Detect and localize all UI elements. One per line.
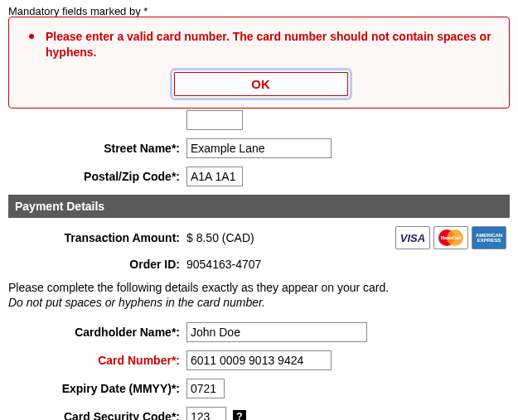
ok-button[interactable]: OK — [174, 72, 348, 96]
visa-logo-icon: VISA — [395, 226, 430, 249]
cardholder-label: Cardholder Name*: — [8, 326, 186, 339]
bullet-icon — [29, 34, 34, 39]
csc-label: Card Security Code*: — [8, 410, 186, 420]
street-name-input[interactable] — [186, 138, 332, 158]
cardholder-input[interactable] — [186, 322, 367, 342]
instructions-line2: Do not put spaces or hyphens in the card… — [8, 296, 510, 309]
instructions-line1: Please complete the following details ex… — [8, 281, 510, 294]
amount-value: $ 8.50 (CAD) — [186, 231, 254, 244]
expiry-label: Expiry Date (MMYY)*: — [8, 382, 186, 395]
order-label: Order ID: — [8, 258, 186, 271]
street-no-label — [8, 113, 186, 127]
cardnumber-input[interactable] — [186, 350, 332, 370]
street-no-input[interactable] — [186, 110, 243, 130]
postal-label: Postal/Zip Code*: — [8, 170, 186, 183]
amex-logo-icon: AMERICAN EXPRESS — [472, 226, 506, 249]
csc-input[interactable] — [186, 407, 226, 420]
order-value: 9054163-4707 — [186, 258, 261, 271]
mastercard-logo-icon: MasterCard — [433, 226, 468, 249]
cardnumber-label: Card Number*: — [8, 354, 186, 367]
help-icon[interactable]: ? — [233, 410, 246, 420]
card-logos: VISA MasterCard AMERICAN EXPRESS — [395, 226, 510, 249]
error-message: Please enter a valid card number. The ca… — [46, 29, 492, 60]
section-header-payment: Payment Details — [8, 195, 510, 218]
street-name-label: Street Name*: — [8, 142, 186, 155]
postal-input[interactable] — [186, 167, 243, 186]
error-dialog: Please enter a valid card number. The ca… — [8, 17, 510, 109]
expiry-input[interactable] — [186, 379, 225, 398]
mandatory-note: Mandatory fields marked by * — [8, 5, 510, 17]
amount-label: Transaction Amount: — [8, 231, 186, 244]
